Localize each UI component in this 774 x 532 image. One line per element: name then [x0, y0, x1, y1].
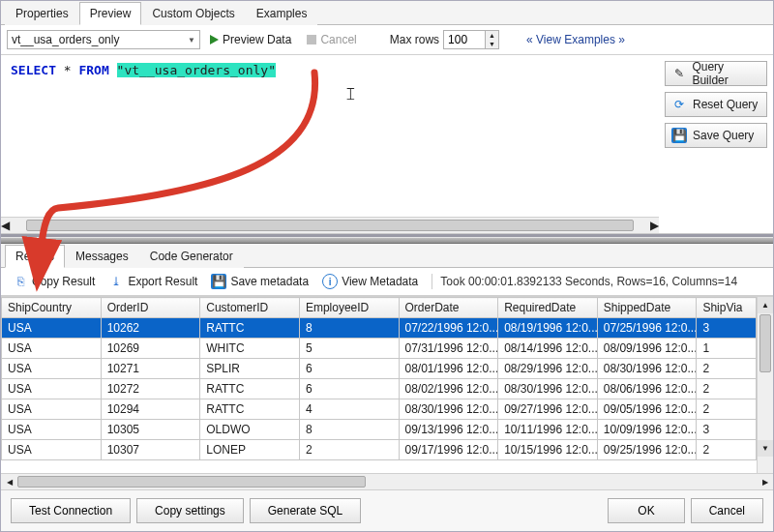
table-cell[interactable]: 2 [697, 359, 757, 379]
horizontal-splitter-2[interactable] [1, 237, 773, 244]
table-row[interactable]: USA10294RATTC408/30/1996 12:0...09/27/19… [2, 399, 757, 420]
table-cell[interactable]: RATTC [200, 379, 300, 399]
table-cell[interactable]: 8 [299, 420, 399, 440]
table-cell[interactable]: 2 [697, 379, 757, 399]
grid-hscrollbar[interactable]: ◀ ▶ [1, 473, 773, 489]
table-cell[interactable]: 2 [697, 399, 757, 420]
col-header[interactable]: CustomerID [200, 298, 300, 318]
table-cell[interactable]: SPLIR [200, 359, 300, 379]
copy-result-button[interactable]: ⎘Copy Result [7, 271, 101, 292]
table-cell[interactable]: 10307 [101, 440, 200, 460]
col-header[interactable]: ShippedDate [597, 298, 697, 318]
table-cell[interactable]: 08/02/1996 12:0... [399, 379, 498, 399]
scroll-left-icon[interactable]: ◀ [1, 478, 17, 487]
tab-custom-objects[interactable]: Custom Objects [141, 2, 245, 25]
table-cell[interactable]: 08/19/1996 12:0... [498, 318, 598, 339]
export-result-button[interactable]: ⤓Export Result [103, 271, 203, 292]
table-row[interactable]: USA10307LONEP209/17/1996 12:0...10/15/19… [2, 440, 757, 460]
table-cell[interactable]: 6 [299, 359, 399, 379]
view-metadata-button[interactable]: iView Metadata [316, 271, 424, 292]
tab-code-generator[interactable]: Code Generator [139, 245, 244, 268]
scroll-left-icon[interactable]: ◀ [1, 219, 10, 232]
tab-properties[interactable]: Properties [5, 2, 79, 25]
col-header[interactable]: RequiredDate [498, 298, 598, 318]
table-cell[interactable]: USA [2, 379, 102, 399]
max-rows-input[interactable] [444, 31, 485, 48]
table-cell[interactable]: 09/13/1996 12:0... [399, 420, 498, 440]
view-examples-link[interactable]: « View Examples » [521, 33, 631, 46]
save-query-button[interactable]: 💾Save Query [665, 123, 767, 148]
table-cell[interactable]: 09/17/1996 12:0... [399, 440, 498, 460]
table-row[interactable]: USA10269WHITC507/31/1996 12:0...08/14/19… [2, 339, 757, 359]
table-cell[interactable]: 09/05/1996 12:0... [597, 399, 697, 420]
preview-data-button[interactable]: Preview Data [204, 29, 297, 50]
col-header[interactable]: OrderID [101, 298, 200, 318]
query-builder-button[interactable]: ✎Query Builder [665, 61, 767, 86]
table-cell[interactable]: 07/25/1996 12:0... [597, 318, 697, 339]
table-cell[interactable]: LONEP [200, 440, 300, 460]
table-cell[interactable]: 10262 [101, 318, 200, 339]
table-cell[interactable]: 07/31/1996 12:0... [399, 339, 498, 359]
scroll-up-icon[interactable]: ▲ [758, 297, 773, 313]
col-header[interactable]: EmployeeID [299, 298, 399, 318]
table-cell[interactable]: USA [2, 339, 102, 359]
table-cell[interactable]: 08/09/1996 12:0... [597, 339, 697, 359]
cancel-preview-button[interactable]: Cancel [301, 29, 362, 50]
table-cell[interactable]: USA [2, 399, 102, 420]
table-cell[interactable]: 08/06/1996 12:0... [597, 379, 697, 399]
table-cell[interactable]: 2 [697, 440, 757, 460]
test-connection-button[interactable]: Test Connection [11, 498, 131, 523]
table-cell[interactable]: USA [2, 359, 102, 379]
table-cell[interactable]: 10294 [101, 399, 200, 420]
table-row[interactable]: USA10272RATTC608/02/1996 12:0...08/30/19… [2, 379, 757, 399]
sql-editor[interactable]: SELECT * FROM "vt__usa_orders_only" 𝙸 [1, 55, 659, 217]
table-cell[interactable]: 10/09/1996 12:0... [597, 420, 697, 440]
table-cell[interactable]: 10271 [101, 359, 200, 379]
table-cell[interactable]: RATTC [200, 399, 300, 420]
table-cell[interactable]: 4 [299, 399, 399, 420]
tab-results[interactable]: Results [5, 245, 65, 268]
reset-query-button[interactable]: ⟳Reset Query [665, 92, 767, 117]
tab-examples[interactable]: Examples [246, 2, 318, 25]
table-cell[interactable]: 08/01/1996 12:0... [399, 359, 498, 379]
table-cell[interactable]: 08/30/1996 12:0... [597, 359, 697, 379]
view-name-dropdown[interactable]: vt__usa_orders_only ▼ [7, 30, 200, 49]
scroll-down-icon[interactable]: ▼ [758, 440, 773, 457]
table-cell[interactable]: 3 [697, 318, 757, 339]
table-row[interactable]: USA10271SPLIR608/01/1996 12:0...08/29/19… [2, 359, 757, 379]
col-header[interactable]: ShipCountry [2, 298, 102, 318]
table-cell[interactable]: 10/15/1996 12:0... [498, 440, 598, 460]
table-cell[interactable]: 08/30/1996 12:0... [399, 399, 498, 420]
table-row[interactable]: USA10262RATTC807/22/1996 12:0...08/19/19… [2, 318, 757, 339]
col-header[interactable]: OrderDate [399, 298, 498, 318]
grid-vscrollbar[interactable]: ▲ ▼ [757, 297, 773, 473]
table-cell[interactable]: 10305 [101, 420, 200, 440]
table-cell[interactable]: 09/25/1996 12:0... [597, 440, 697, 460]
table-cell[interactable]: 10/11/1996 12:0... [498, 420, 598, 440]
table-cell[interactable]: 8 [299, 318, 399, 339]
generate-sql-button[interactable]: Generate SQL [250, 498, 361, 523]
table-cell[interactable]: WHITC [200, 339, 300, 359]
table-cell[interactable]: 08/29/1996 12:0... [498, 359, 598, 379]
scroll-right-icon[interactable]: ▶ [757, 478, 773, 487]
results-grid[interactable]: ShipCountryOrderIDCustomerIDEmployeeIDOr… [1, 297, 757, 460]
max-rows-spinner[interactable]: ▲▼ [443, 30, 499, 49]
table-cell[interactable]: USA [2, 440, 102, 460]
table-cell[interactable]: 09/27/1996 12:0... [498, 399, 598, 420]
tab-messages[interactable]: Messages [65, 245, 139, 268]
tab-preview[interactable]: Preview [79, 2, 142, 25]
table-cell[interactable]: 08/30/1996 12:0... [498, 379, 598, 399]
cancel-button[interactable]: Cancel [691, 498, 763, 523]
table-row[interactable]: USA10305OLDWO809/13/1996 12:0...10/11/19… [2, 420, 757, 440]
table-cell[interactable]: 3 [697, 420, 757, 440]
table-cell[interactable]: RATTC [200, 318, 300, 339]
table-cell[interactable]: 08/14/1996 12:0... [498, 339, 598, 359]
table-cell[interactable]: 1 [697, 339, 757, 359]
col-header[interactable]: ShipVia [697, 298, 757, 318]
table-cell[interactable]: 10269 [101, 339, 200, 359]
table-cell[interactable]: 07/22/1996 12:0... [399, 318, 498, 339]
table-cell[interactable]: 2 [299, 440, 399, 460]
scroll-right-icon[interactable]: ▶ [650, 219, 659, 232]
ok-button[interactable]: OK [608, 498, 684, 523]
table-cell[interactable]: USA [2, 420, 102, 440]
